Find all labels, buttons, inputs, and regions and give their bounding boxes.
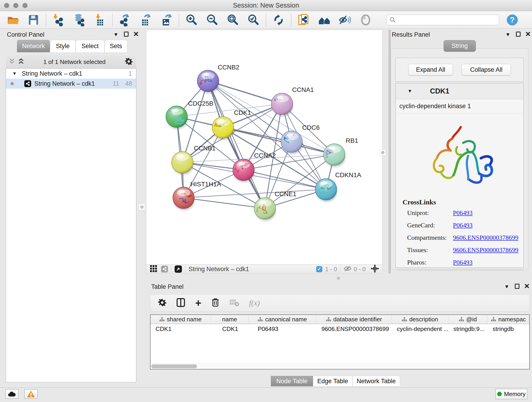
network-canvas[interactable]: CCNB2CCNA1CDC25BCDK1CDC6RB1CCNB1CCNA2CDK… [146,30,382,265]
network-view-toolbar: String Network – cdk1 ✓ 1 - 0 0 - 0 [146,265,382,274]
network-collection-row[interactable]: ▼ String Network – cdk1 1 [6,69,136,79]
home-view-icon[interactable] [318,13,331,26]
tab-sets[interactable]: Sets [104,40,127,52]
table-panel-menu-icon[interactable]: ▼ [504,284,509,290]
node-label: CCNA2 [254,152,276,159]
bottom-splitter-handle[interactable] [335,276,342,280]
save-session-icon[interactable] [27,13,40,26]
memory-button[interactable]: Memory [495,389,527,399]
results-panel-close-icon[interactable]: ✕ [525,31,531,38]
crosslink-label: Tissues: [407,246,453,254]
column-header[interactable]: namespac [488,315,529,324]
window-title: Session: New Session [0,2,532,9]
collapse-all-button[interactable]: Collapse All [462,64,511,75]
import-network-icon[interactable] [52,13,65,26]
delete-column-trash-icon[interactable] [211,298,219,308]
results-panel-menu-icon[interactable]: ▼ [505,32,510,38]
crosslink-link[interactable]: 9606.ENSP00000378699 [453,234,518,241]
network-row[interactable]: String Network – cdk1 11 48 [6,79,136,89]
table-hscrollbar[interactable] [151,364,529,369]
crosslink-link[interactable]: P06493 [453,209,473,217]
network-node-hist1h1a[interactable]: HIST1H1A [173,181,221,210]
tab-style[interactable]: Style [50,40,76,52]
birdseye-view-icon[interactable] [175,265,182,273]
network-options-gear-icon[interactable] [125,57,133,66]
results-panel-float-icon[interactable] [516,32,520,38]
left-splitter-handle[interactable] [139,204,145,210]
right-splitter-handle[interactable] [380,149,386,155]
zoom-out-icon[interactable] [206,13,219,26]
hide-unhide-icon[interactable] [339,13,351,26]
table-panel-title: Table Panel [151,283,184,290]
network-node-ccnb1[interactable]: CCNB1 [172,145,215,175]
crosslink-link[interactable]: P06493 [453,222,473,229]
open-session-icon[interactable] [6,13,19,26]
network-label: String Network – cdk1 [34,80,95,87]
column-header[interactable]: canonical name [249,315,317,324]
hidden-eye-icon[interactable] [344,265,351,273]
network-node-rb1[interactable]: RB1 [322,137,358,167]
expand-all-networks-icon[interactable] [18,58,24,66]
tab-network[interactable]: Network [17,40,50,52]
search-input[interactable] [386,15,499,25]
warnings-button[interactable] [24,389,38,399]
delete-table-icon[interactable] [229,299,239,307]
crosslink-label: Compartments: [407,234,453,241]
tab-edge-table[interactable]: Edge Table [313,376,352,386]
collection-expander-icon[interactable]: ▼ [12,71,17,76]
canvas-results-splitter[interactable] [389,30,389,274]
import-table-icon[interactable] [94,13,106,26]
table-panel-close-icon[interactable]: ✕ [524,283,530,290]
collection-count: 1 [128,70,132,77]
table-hscrollbar-thumb[interactable] [151,364,197,368]
column-header[interactable]: @id [448,315,488,324]
copy-network-icon[interactable] [298,13,310,26]
network-node-ccne1[interactable]: CCNE1 [249,191,297,221]
export-table-icon[interactable] [139,13,152,26]
network-node-cdkn1a[interactable]: CDKN1A [315,172,361,202]
network-node-ccnb2[interactable]: CCNB2 [187,64,239,93]
tab-node-table[interactable]: Node Table [271,376,313,386]
add-column-icon[interactable]: + [195,299,201,307]
gene-expander-icon[interactable]: ▼ [408,89,412,94]
table-settings-gear-icon[interactable] [158,298,166,307]
control-panel-float-icon[interactable] [124,32,128,38]
cloud-status-button[interactable] [5,389,19,399]
export-network-icon[interactable] [119,13,132,26]
export-image-icon[interactable] [160,13,173,26]
results-hscrollbar[interactable] [396,269,523,271]
fit-content-crosshair-icon[interactable] [371,264,379,274]
collapse-all-networks-icon[interactable] [9,58,15,66]
results-panel: Results Panel ▼ ✕ String Expand All Coll… [391,30,532,273]
selected-checkbox-icon[interactable]: ✓ [316,266,322,272]
zoom-selected-icon[interactable] [247,13,260,26]
refresh-view-icon[interactable] [272,13,285,26]
network-node-cdc25b[interactable]: CDC25B [166,100,213,129]
control-panel-menu-icon[interactable]: ▼ [114,32,119,38]
tab-network-table[interactable]: Network Table [352,376,400,386]
network-node-ccna1[interactable]: CCNA1 [270,86,314,116]
network-edge-count: 48 [125,80,132,87]
zoom-fit-icon[interactable] [226,13,239,26]
import-network-from-database-icon[interactable] [73,13,86,26]
control-panel-close-icon[interactable]: ✕ [133,31,139,38]
share-view-icon[interactable] [161,266,168,273]
show-graphics-details-icon[interactable] [359,13,372,26]
gene-section-header[interactable]: ▼ CDK1 [396,83,524,99]
tab-select[interactable]: Select [76,40,104,52]
show-columns-icon[interactable] [177,298,185,308]
crosslink-link[interactable]: 9606.ENSP00000378699 [453,246,518,254]
column-header[interactable]: name [211,315,249,324]
zoom-in-icon[interactable] [185,13,198,26]
column-header[interactable]: shared name [151,315,211,324]
table-row[interactable]: CDK1 CDK1 P06493 9606.ENSP00000378699 cy… [151,324,529,334]
column-header[interactable]: description [392,315,448,324]
function-builder-icon[interactable]: f(x) [249,299,260,307]
tab-string[interactable]: String [443,40,476,52]
expand-all-button[interactable]: Expand All [408,64,453,75]
crosslink-link[interactable]: P06493 [453,259,473,266]
table-panel-float-icon[interactable] [515,284,519,290]
help-icon[interactable]: ? [506,13,519,26]
grid-view-icon[interactable] [150,265,157,273]
column-header[interactable]: database identifier [317,315,392,324]
